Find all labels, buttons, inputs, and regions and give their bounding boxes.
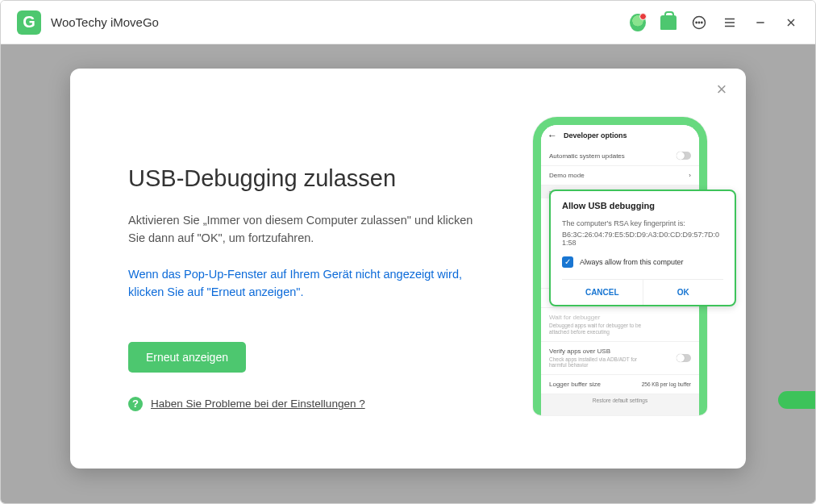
content-backdrop: × USB-Debugging zulassen Aktivieren Sie … [1, 44, 815, 503]
side-tab[interactable] [778, 391, 815, 409]
app-title: WooTechy iMoveGo [51, 15, 159, 29]
phone-row-label: Automatic system updates [549, 152, 625, 160]
phone-row-logger: Logger buffer size 256 KB per log buffer [541, 375, 699, 394]
phone-row-sub: 256 KB per log buffer [642, 381, 691, 387]
phone-row-verify-usb: Verify apps over USB Check apps installe… [541, 342, 699, 376]
popup-checkbox-label: Always allow from this computer [580, 258, 684, 266]
modal-content: USB-Debugging zulassen Aktivieren Sie „I… [70, 69, 512, 469]
svg-point-3 [702, 22, 702, 23]
checkbox-checked-icon: ✓ [562, 256, 573, 268]
popup-ok-button: OK [643, 280, 724, 305]
account-icon[interactable] [630, 15, 646, 31]
titlebar-icons [630, 15, 799, 31]
usb-permission-popup: Allow USB debugging The computer's RSA k… [549, 190, 736, 306]
app-logo: G [17, 10, 41, 35]
phone-side-button [536, 274, 539, 295]
help-icon: ? [128, 397, 143, 411]
modal-instruction: Aktivieren Sie „Immer von diesem Compute… [128, 211, 488, 248]
phone-row-label: Logger buffer size [549, 381, 601, 388]
popup-text: The computer's RSA key fingerprint is: [562, 219, 723, 229]
phone-row-sub: Debugged apps wait for debugger to be at… [549, 323, 654, 335]
phone-footer: Restore default settings [541, 394, 699, 406]
svg-point-2 [698, 22, 699, 23]
toggle-icon [677, 354, 691, 362]
popup-buttons: CANCEL OK [562, 279, 723, 305]
popup-checkbox-row: ✓ Always allow from this computer [562, 256, 723, 268]
modal-illustration: ← Developer options Automatic system upd… [512, 69, 746, 469]
modal-hint: Wenn das Pop-Up-Fenster auf Ihrem Gerät … [128, 265, 488, 302]
phone-row-label: Wait for debugger [549, 314, 654, 321]
phone-row-wait-debugger: Wait for debugger Debugged apps wait for… [541, 308, 699, 342]
back-arrow-icon: ← [547, 130, 557, 141]
feedback-icon[interactable] [691, 15, 707, 31]
phone-dev-header: ← Developer options [541, 125, 699, 146]
chevron-right-icon: › [689, 172, 691, 179]
menu-icon[interactable] [722, 15, 738, 31]
phone-row-auto-updates: Automatic system updates [541, 146, 699, 166]
minimize-icon[interactable] [752, 15, 768, 31]
help-link[interactable]: Haben Sie Probleme bei der Einstellungen… [151, 398, 365, 410]
popup-title: Allow USB debugging [562, 201, 723, 210]
toggle-icon [677, 152, 691, 160]
phone-screen-title: Developer options [564, 131, 627, 140]
phone-side-button [536, 218, 539, 239]
usb-debug-modal: × USB-Debugging zulassen Aktivieren Sie … [70, 69, 746, 469]
phone-row-demo: Demo mode › [541, 166, 699, 185]
phone-row-sub: Check apps installed via ADB/ADT for har… [549, 356, 654, 369]
modal-title: USB-Debugging zulassen [128, 165, 488, 192]
shop-icon[interactable] [660, 15, 677, 31]
popup-fingerprint: B6:3C:26:04:79:E5:5D:D9:A3:D0:CD:D9:57:7… [562, 231, 723, 247]
close-window-icon[interactable] [783, 15, 799, 31]
retry-button[interactable]: Erneut anzeigen [128, 342, 246, 373]
phone-row-label: Verify apps over USB [549, 348, 654, 355]
help-row: ? Haben Sie Probleme bei der Einstellung… [128, 397, 488, 411]
phone-side-button [536, 246, 539, 267]
popup-cancel-button: CANCEL [562, 280, 643, 305]
phone-row-label: Demo mode [549, 172, 585, 179]
svg-point-1 [696, 22, 697, 23]
titlebar: G WooTechy iMoveGo [1, 1, 815, 44]
